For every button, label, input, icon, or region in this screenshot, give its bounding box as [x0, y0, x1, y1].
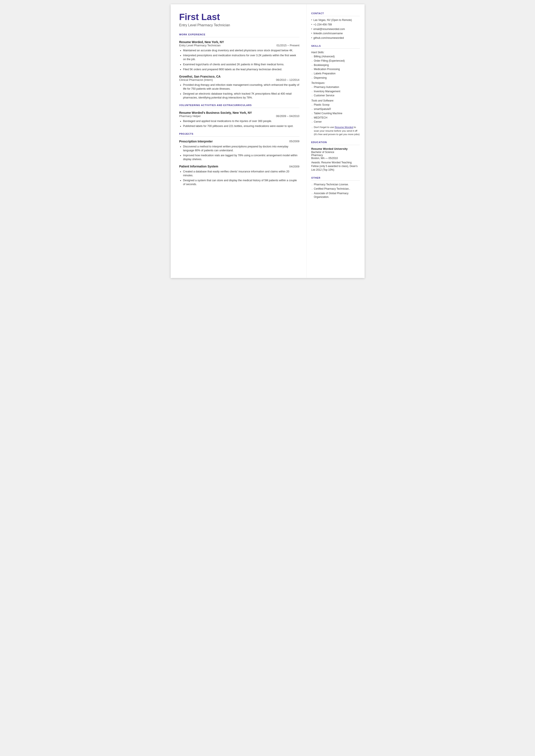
skill-order-filling: Order Filling (Experienced) — [311, 59, 360, 63]
list-item: Bandaged and applied local medications t… — [179, 119, 299, 123]
skill-pharmacy-auto: Pharmacy Automation — [311, 85, 360, 89]
skills-section: SKILLS Hard Skills: Billing (Advanced) O… — [311, 44, 360, 136]
edu-field: Pharmacy — [311, 154, 360, 157]
list-item: Published labels for 700 pillboxes and 2… — [179, 124, 299, 128]
job-1-company: Resume Worded, New York, NY — [179, 40, 224, 44]
job-1: Resume Worded, New York, NY Entry Level … — [179, 40, 299, 71]
proj-1-bullets: Discovered a method to interpret written… — [179, 145, 299, 161]
education-section: EDUCATION Resume Worded University Bache… — [311, 141, 360, 172]
other-certified: Certified Pharmacy Technician.. — [311, 187, 360, 191]
list-item: Created a database that easily verifies … — [179, 170, 299, 177]
job-1-date: 01/2015 – Present — [276, 40, 299, 47]
tools-label: Tools and Software: — [311, 99, 360, 102]
job-2-bullets: Provided drug therapy and infection stat… — [179, 83, 299, 100]
list-item: Designed a system that can store and dis… — [179, 179, 299, 186]
skills-divider — [311, 48, 360, 49]
techniques-label: Techniques: — [311, 81, 360, 84]
edu-school: Resume Worded University — [311, 147, 360, 151]
skill-meditech: MEDITECH — [311, 116, 360, 120]
list-item: Improved how medication vials are tagged… — [179, 154, 299, 161]
contact-email: email@resumeworded.com — [311, 27, 360, 31]
project-1: Prescription Interpreter 05/2009 Discove… — [179, 140, 299, 161]
hard-skills-label: Hard Skills: — [311, 51, 360, 54]
vol-job-1-role: Pharmacy Helper — [179, 114, 252, 118]
job-2: Growthsi, San Francisco, CA Clinical Pha… — [179, 75, 299, 100]
list-item: Maintained an accurate drug inventory an… — [179, 48, 299, 52]
job-2-date: 06/2010 – 12/2014 — [276, 75, 299, 81]
contact-phone: +1-234-456-789 — [311, 23, 360, 26]
edu-location: Boston, MA — 05/2010 — [311, 157, 360, 160]
list-item: Provided drug therapy and infection stat… — [179, 83, 299, 91]
right-column: CONTACT Las Vegas, NV (Open to Remote) +… — [306, 4, 365, 278]
list-item: Filed 5K orders and prepared l900 labels… — [179, 68, 299, 71]
vol-divider — [179, 108, 299, 108]
contact-section: CONTACT Las Vegas, NV (Open to Remote) +… — [311, 12, 360, 40]
skill-plastic-scoop: Plastic Scoop — [311, 103, 360, 107]
proj-2-date: 04/2009 — [289, 165, 299, 168]
proj-divider — [179, 136, 299, 137]
contact-location: Las Vegas, NV (Open to Remote) — [311, 18, 360, 22]
vol-job-1-header: Resume Worded's Business Society, New Yo… — [179, 111, 299, 118]
contact-label: CONTACT — [311, 12, 360, 14]
skill-customer-svc: Customer Service — [311, 94, 360, 98]
skill-labels: Labels Preparation — [311, 72, 360, 75]
job-2-header: Growthsi, San Francisco, CA Clinical Pha… — [179, 75, 299, 81]
other-associate: Associate of Global Pharmacy Organizatio… — [311, 192, 360, 199]
projects-label: PROJECTS — [179, 132, 299, 135]
skill-smartspatula: smartSpatula® — [311, 107, 360, 111]
skill-bookkeeping: Bookkeeping — [311, 63, 360, 67]
job-1-title-block: Resume Worded, New York, NY Entry Level … — [179, 40, 224, 47]
proj-1-header: Prescription Interpreter 05/2009 — [179, 140, 299, 143]
promo-text: Don't forget to use Resume Worded to sca… — [311, 126, 360, 136]
job-1-bullets: Maintained an accurate drug inventory an… — [179, 48, 299, 71]
list-item: Examined logs/charts of clients and assi… — [179, 63, 299, 66]
vol-job-1-title-block: Resume Worded's Business Society, New Yo… — [179, 111, 252, 118]
work-experience-label: WORK EXPERIENCE — [179, 33, 299, 36]
list-item: Designed an electronic database tracking… — [179, 92, 299, 99]
projects-section: PROJECTS Prescription Interpreter 05/200… — [179, 132, 299, 186]
contact-linkedin: linkedin.com/in/username — [311, 32, 360, 35]
contact-divider — [311, 16, 360, 16]
vol-job-1-company: Resume Worded's Business Society, New Yo… — [179, 111, 252, 114]
list-item: Discovered a method to interpret written… — [179, 145, 299, 153]
proj-2-header: Patient Information System 04/2009 — [179, 165, 299, 168]
job-1-header: Resume Worded, New York, NY Entry Level … — [179, 40, 299, 47]
edu-awards: Awards: Resume Worded Teaching Fellow (o… — [311, 161, 360, 172]
skill-dispensing: Dispensing — [311, 76, 360, 80]
skills-label: SKILLS — [311, 44, 360, 47]
list-item: Interpreted prescriptions and medication… — [179, 53, 299, 61]
contact-github: github.com/resumeworded — [311, 36, 360, 40]
volunteer-job-1: Resume Worded's Business Society, New Yo… — [179, 111, 299, 128]
job-2-company: Growthsi, San Francisco, CA — [179, 75, 221, 78]
skill-inventory: Inventory Management — [311, 90, 360, 93]
project-2: Patient Information System 04/2009 Creat… — [179, 165, 299, 186]
other-license: Pharmacy Technician License. — [311, 183, 360, 186]
job-1-role: Entry Level Pharmacy Technician — [179, 44, 224, 47]
skill-tablet-counter: Tablet Counting Machine — [311, 112, 360, 115]
skill-med-processing: Medication Processing — [311, 68, 360, 71]
proj-1-date: 05/2009 — [289, 140, 299, 143]
other-label: OTHER — [311, 177, 360, 179]
skill-cerner: Cerner — [311, 120, 360, 124]
edu-degree: Bachelor of Science — [311, 151, 360, 154]
proj-2-bullets: Created a database that easily verifies … — [179, 170, 299, 186]
education-label: EDUCATION — [311, 141, 360, 144]
volunteering-section: VOLUNTEERING ACTIVITIES AND EXTRACURRICU… — [179, 104, 299, 128]
job-2-role: Clinical Pharmacist (Intern) — [179, 78, 221, 81]
resume-page: First Last Entry Level Pharmacy Technici… — [171, 4, 365, 278]
skill-billing: Billing (Advanced) — [311, 55, 360, 58]
proj-2-name: Patient Information System — [179, 165, 218, 168]
volunteering-label: VOLUNTEERING ACTIVITIES AND EXTRACURRICU… — [179, 104, 299, 106]
job-2-title-block: Growthsi, San Francisco, CA Clinical Pha… — [179, 75, 221, 81]
other-section: OTHER Pharmacy Technician License. Certi… — [311, 177, 360, 199]
left-column: First Last Entry Level Pharmacy Technici… — [171, 4, 306, 278]
candidate-name: First Last — [179, 12, 299, 22]
vol-job-1-date: 06/2009 – 04/2010 — [276, 111, 299, 118]
vol-job-1-bullets: Bandaged and applied local medications t… — [179, 119, 299, 128]
resume-worded-link[interactable]: Resume Worded — [335, 126, 353, 128]
work-experience-section: WORK EXPERIENCE Resume Worded, New York,… — [179, 33, 299, 99]
proj-1-name: Prescription Interpreter — [179, 140, 213, 143]
candidate-title: Entry Level Pharmacy Technician — [179, 23, 299, 27]
